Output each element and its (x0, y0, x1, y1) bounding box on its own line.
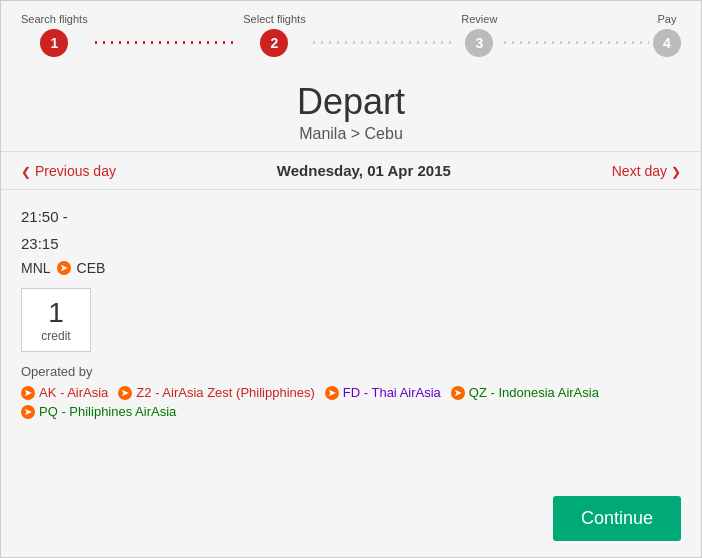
step-2-group: Select flights 2 (243, 13, 305, 57)
prev-day-label: Previous day (35, 163, 116, 179)
qz-label: QZ - Indonesia AirAsia (469, 385, 599, 400)
pq-icon: ➤ (21, 405, 35, 419)
airline-qz: ➤ QZ - Indonesia AirAsia (451, 385, 599, 400)
credit-box: 1 credit (21, 288, 91, 352)
step-1-circle: 1 (40, 29, 68, 57)
step-4-circle: 4 (653, 29, 681, 57)
step-4-group: Pay 4 (653, 13, 681, 57)
credit-number: 1 (48, 297, 64, 329)
z2-icon: ➤ (118, 386, 132, 400)
step-4-label: Pay (658, 13, 677, 25)
step-2-label: Select flights (243, 13, 305, 25)
z2-label: Z2 - AirAsia Zest (Philipphines) (136, 385, 314, 400)
flight-from: MNL (21, 260, 51, 276)
airline-fd: ➤ FD - Thai AirAsia (325, 385, 441, 400)
ak-icon: ➤ (21, 386, 35, 400)
current-date: Wednesday, 01 Apr 2015 (277, 162, 451, 179)
next-day-button[interactable]: Next day (612, 163, 681, 179)
dots-2-3 (310, 41, 458, 44)
fd-label: FD - Thai AirAsia (343, 385, 441, 400)
airlines-list: ➤ AK - AirAsia ➤ Z2 - AirAsia Zest (Phil… (21, 385, 681, 402)
date-navigation: Previous day Wednesday, 01 Apr 2015 Next… (1, 151, 701, 190)
step-3-label: Review (461, 13, 497, 25)
step-3-group: Review 3 (461, 13, 497, 57)
pq-label: PQ - Philiphines AirAsia (39, 404, 176, 419)
airlines-list-2: ➤ PQ - Philiphines AirAsia (21, 404, 681, 421)
flight-to: CEB (77, 260, 106, 276)
route-label: Manila > Cebu (1, 125, 701, 143)
credit-label: credit (41, 329, 70, 343)
ak-label: AK - AirAsia (39, 385, 108, 400)
fd-icon: ➤ (325, 386, 339, 400)
flight-route: MNL ➤ CEB (21, 260, 681, 276)
operated-by-label: Operated by (21, 364, 681, 379)
flight-time-depart: 21:50 - (21, 206, 681, 227)
flight-time-arrive: 23:15 (21, 233, 681, 254)
dots-3-4 (501, 41, 649, 44)
airline-pq: ➤ PQ - Philiphines AirAsia (21, 404, 176, 419)
page-title: Depart (1, 81, 701, 123)
prev-day-button[interactable]: Previous day (21, 163, 116, 179)
prev-arrow-icon (21, 163, 31, 179)
airline-ak: ➤ AK - AirAsia (21, 385, 108, 400)
qz-icon: ➤ (451, 386, 465, 400)
main-container: Search flights 1 Select flights 2 Review… (0, 0, 702, 558)
route-arrow-icon: ➤ (57, 261, 71, 275)
progress-bar: Search flights 1 Select flights 2 Review… (1, 1, 701, 65)
footer: Continue (1, 484, 701, 557)
step-3-circle: 3 (465, 29, 493, 57)
dots-1-2 (92, 41, 240, 44)
step-1-group: Search flights 1 (21, 13, 88, 57)
flight-content: 21:50 - 23:15 MNL ➤ CEB 1 credit Operate… (1, 190, 701, 484)
step-1-label: Search flights (21, 13, 88, 25)
next-arrow-icon (671, 163, 681, 179)
step-2-circle: 2 (260, 29, 288, 57)
next-day-label: Next day (612, 163, 667, 179)
continue-button[interactable]: Continue (553, 496, 681, 541)
title-area: Depart Manila > Cebu (1, 65, 701, 151)
airline-z2: ➤ Z2 - AirAsia Zest (Philipphines) (118, 385, 314, 400)
